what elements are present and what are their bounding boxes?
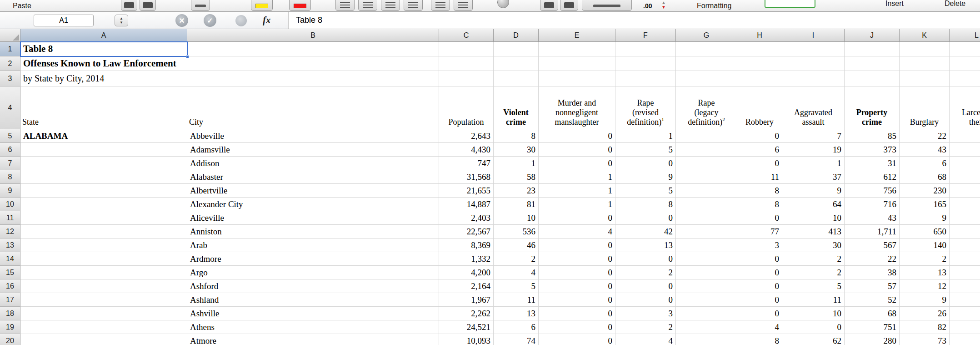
- cell-F6[interactable]: 5: [615, 143, 676, 157]
- delete-button[interactable]: Delete: [945, 0, 965, 8]
- cell-B6[interactable]: Adamsville: [187, 143, 439, 157]
- cell-K14[interactable]: 2: [900, 252, 950, 266]
- cell-K11[interactable]: 9: [900, 211, 950, 225]
- cell-D4[interactable]: Violentcrime: [494, 86, 539, 129]
- cell-H13[interactable]: 3: [737, 238, 782, 252]
- percent-format-button[interactable]: [560, 0, 578, 11]
- cell-H14[interactable]: 0: [737, 252, 782, 266]
- row-header-15[interactable]: 15: [0, 266, 20, 279]
- cell-K16[interactable]: 12: [900, 279, 950, 293]
- cell-F13[interactable]: 13: [615, 238, 676, 252]
- cell-E19[interactable]: 0: [539, 320, 615, 334]
- align-right-button[interactable]: [381, 0, 400, 11]
- cell-C15[interactable]: 4,200: [439, 266, 494, 279]
- cell-I14[interactable]: 2: [782, 252, 845, 266]
- cell-D19[interactable]: 6: [494, 320, 539, 334]
- column-header-G[interactable]: G: [676, 29, 737, 42]
- cell-G18[interactable]: [676, 307, 737, 320]
- cell-E4[interactable]: Murder andnonnegligentmanslaughter: [539, 86, 615, 129]
- cell-F20[interactable]: 4: [615, 334, 676, 345]
- cell-K1[interactable]: [900, 42, 950, 56]
- cell-E2[interactable]: [539, 56, 615, 71]
- cell-G2[interactable]: [676, 56, 737, 71]
- row-header-6[interactable]: 6: [0, 143, 20, 157]
- column-header-B[interactable]: B: [187, 29, 439, 42]
- cell-C2[interactable]: [439, 56, 494, 71]
- cell-F4[interactable]: Rape(reviseddefinition)1: [615, 86, 676, 129]
- cell-H11[interactable]: 0: [737, 211, 782, 225]
- cell-G1[interactable]: [676, 42, 737, 56]
- cell-E20[interactable]: 0: [539, 334, 615, 345]
- wrap-text-button[interactable]: [431, 0, 450, 11]
- cell-C13[interactable]: 8,369: [439, 238, 494, 252]
- row-header-11[interactable]: 11: [0, 211, 20, 225]
- cell-H5[interactable]: 0: [737, 129, 782, 143]
- cell-K5[interactable]: 22: [900, 129, 950, 143]
- cell-I20[interactable]: 62: [782, 334, 845, 345]
- merge-button[interactable]: [454, 0, 473, 11]
- row-header-3[interactable]: 3: [0, 71, 20, 86]
- cell-L2[interactable]: [950, 56, 980, 71]
- cell-J17[interactable]: 52: [845, 293, 900, 307]
- cell-H12[interactable]: 77: [737, 225, 782, 238]
- cell-I11[interactable]: 10: [782, 211, 845, 225]
- cell-H4[interactable]: Robbery: [737, 86, 782, 129]
- cell-H9[interactable]: 8: [737, 184, 782, 198]
- cell-I17[interactable]: 11: [782, 293, 845, 307]
- column-header-D[interactable]: D: [494, 29, 539, 42]
- cell-C18[interactable]: 2,262: [439, 307, 494, 320]
- cell-H6[interactable]: 6: [737, 143, 782, 157]
- cell-E1[interactable]: [539, 42, 615, 56]
- cell-D2[interactable]: [494, 56, 539, 71]
- cell-K12[interactable]: 650: [900, 225, 950, 238]
- justify-button[interactable]: [404, 0, 423, 11]
- cell-L18[interactable]: [950, 307, 980, 320]
- cell-K18[interactable]: 26: [900, 307, 950, 320]
- row-header-14[interactable]: 14: [0, 252, 20, 266]
- row-header-4[interactable]: 4: [0, 86, 20, 129]
- cell-A7[interactable]: [20, 157, 187, 170]
- row-header-10[interactable]: 10: [0, 198, 20, 211]
- cell-G8[interactable]: [676, 170, 737, 184]
- cell-K13[interactable]: 140: [900, 238, 950, 252]
- row-header-18[interactable]: 18: [0, 307, 20, 320]
- cell-A19[interactable]: [20, 320, 187, 334]
- cell-F8[interactable]: 9: [615, 170, 676, 184]
- cell-I15[interactable]: 2: [782, 266, 845, 279]
- cell-A5[interactable]: ALABAMA: [20, 129, 187, 143]
- cell-L16[interactable]: [950, 279, 980, 293]
- cell-A14[interactable]: [20, 252, 187, 266]
- cell-G5[interactable]: [676, 129, 737, 143]
- cell-B4[interactable]: City: [187, 86, 439, 129]
- cell-L15[interactable]: [950, 266, 980, 279]
- cell-F7[interactable]: 0: [615, 157, 676, 170]
- cell-J8[interactable]: 612: [845, 170, 900, 184]
- cell-B18[interactable]: Ashville: [187, 307, 439, 320]
- cell-J7[interactable]: 31: [845, 157, 900, 170]
- cell-J3[interactable]: [845, 71, 900, 86]
- row-header-5[interactable]: 5: [0, 129, 20, 143]
- cell-A15[interactable]: [20, 266, 187, 279]
- cell-F1[interactable]: [615, 42, 676, 56]
- cell-H8[interactable]: 11: [737, 170, 782, 184]
- cell-J6[interactable]: 373: [845, 143, 900, 157]
- cell-I2[interactable]: [782, 56, 845, 71]
- cell-E7[interactable]: 0: [539, 157, 615, 170]
- cell-K15[interactable]: 13: [900, 266, 950, 279]
- cell-G12[interactable]: [676, 225, 737, 238]
- cell-F17[interactable]: 0: [615, 293, 676, 307]
- cell-H2[interactable]: [737, 56, 782, 71]
- cell-H20[interactable]: 8: [737, 334, 782, 345]
- cell-A12[interactable]: [20, 225, 187, 238]
- cell-K8[interactable]: 68: [900, 170, 950, 184]
- cell-E5[interactable]: 0: [539, 129, 615, 143]
- cell-H1[interactable]: [737, 42, 782, 56]
- cell-G9[interactable]: [676, 184, 737, 198]
- cell-E15[interactable]: 0: [539, 266, 615, 279]
- cell-C7[interactable]: 747: [439, 157, 494, 170]
- cell-C8[interactable]: 31,568: [439, 170, 494, 184]
- cell-C5[interactable]: 2,643: [439, 129, 494, 143]
- insert-function-icon[interactable]: fx: [263, 15, 271, 26]
- cell-D5[interactable]: 8: [494, 129, 539, 143]
- cell-I4[interactable]: Aggravatedassault: [782, 86, 845, 129]
